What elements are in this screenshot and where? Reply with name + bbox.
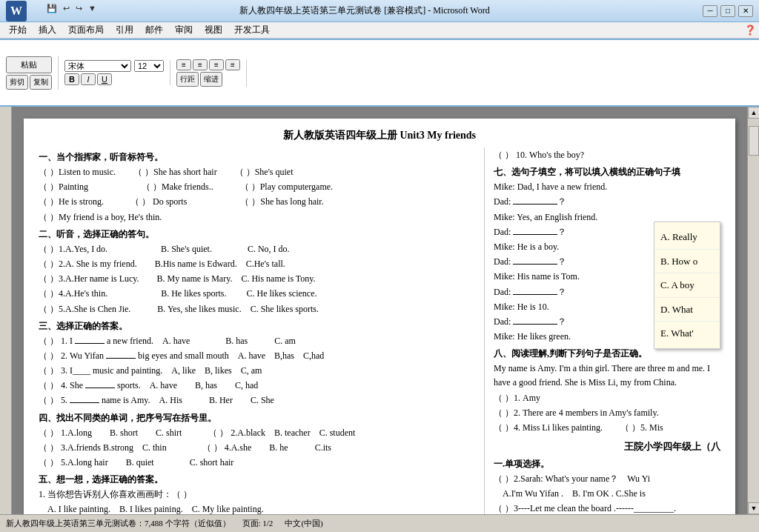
titlebar: W 💾 ↩ ↪ ▼ 新人教四年级上英语第三单元测试卷 [兼容模式] - Micr… xyxy=(0,0,759,22)
section1-title: 一、当个指挥家，听音标符号。 xyxy=(39,150,478,164)
document-scroll-area[interactable]: 新人教版英语四年级上册 Unit3 My friends 一、当个指挥家，听音标… xyxy=(12,107,747,514)
popup-item-a[interactable]: A. Really xyxy=(654,225,720,250)
scroll-thumb[interactable] xyxy=(749,126,759,156)
page-indicator: 页面: 1/2 xyxy=(242,518,274,529)
save-qa-btn[interactable]: 💾 xyxy=(44,3,59,14)
minimize-button[interactable]: ─ xyxy=(703,5,717,17)
line-spacing-button[interactable]: 行距 xyxy=(176,72,199,87)
s2-line5: （ ）5.A.She is Chen Jie. B. Yes, she like… xyxy=(39,302,478,316)
menu-kaishi[interactable]: 开始 xyxy=(3,22,33,38)
scroll-track[interactable] xyxy=(748,119,759,502)
page-title: 新人教版英语四年级上册 Unit3 My friends xyxy=(39,127,720,143)
s4-line2: （ ） 3.A.friends B.strong C. thin （ ） 4.A… xyxy=(39,441,478,455)
s4-line1: （ ） 1.A.long B. short C. shirt （ ） 2.A.b… xyxy=(39,426,478,440)
language-indicator: 中文(中国) xyxy=(285,518,322,529)
s3-line3: （ ） 3. I____ music and painting. A, like… xyxy=(39,364,478,378)
s1-line3: （ ）He is strong. （ ） Do sports （ ）She ha… xyxy=(39,195,478,209)
paragraph-group: ≡ ≡ ≡ ≡ 行距 缩进 xyxy=(176,59,247,87)
section8-title: 八、阅读理解,判断下列句子是否正确。 xyxy=(494,347,720,360)
section3-title: 三、选择正确的答案。 xyxy=(39,319,478,333)
titlebar-left: W 💾 ↩ ↪ ▼ xyxy=(6,1,27,21)
s3-line1: （ ） 1. I a new friend. A. have B. has C.… xyxy=(39,334,478,348)
scroll-down-button[interactable]: ▼ xyxy=(748,502,759,514)
redo-qa-btn[interactable]: ↪ xyxy=(73,3,84,14)
align-left-button[interactable]: ≡ xyxy=(176,59,191,70)
menubar: 开始 插入 页面布局 引用 邮件 审阅 视图 开发工具 ❓ xyxy=(0,22,759,39)
underline-button[interactable]: U xyxy=(97,73,112,85)
right2-section: 一.单项选择。 xyxy=(494,457,720,471)
quick-access-toolbar: 💾 ↩ ↪ ▼ xyxy=(44,3,99,14)
vertical-scrollbar[interactable]: ▲ ▼ xyxy=(747,107,759,514)
s1-line1: （ ）Listen to music. （ ）She has short hai… xyxy=(39,165,478,179)
copy-button[interactable]: 复制 xyxy=(30,75,52,90)
menu-shenyue[interactable]: 审阅 xyxy=(169,22,199,38)
align-center-button[interactable]: ≡ xyxy=(193,59,208,70)
popup-item-d[interactable]: D. What xyxy=(654,298,720,322)
dad-blank-1: Dad: ？ xyxy=(494,195,720,209)
paste-button[interactable]: 粘贴 xyxy=(6,56,52,73)
two-column-layout: 一、当个指挥家，听音标符号。 （ ）Listen to music. （ ）Sh… xyxy=(39,147,720,514)
menu-youjian[interactable]: 邮件 xyxy=(139,22,169,38)
undo-qa-btn[interactable]: ↩ xyxy=(61,3,72,14)
left-column: 一、当个指挥家，听音标符号。 （ ）Listen to music. （ ）Sh… xyxy=(39,147,485,514)
right-column: （ ） 10. Who's the boy? 七、选句子填空，将可以填入横线的正… xyxy=(491,147,720,514)
document-page: 新人教版英语四年级上册 Unit3 My friends 一、当个指挥家，听音标… xyxy=(24,119,735,514)
align-right-button[interactable]: ≡ xyxy=(209,59,224,70)
close-button[interactable]: ✕ xyxy=(738,5,753,17)
section4-title: 四、找出不同类的单词，把序号写在括号里。 xyxy=(39,411,478,425)
scroll-up-button[interactable]: ▲ xyxy=(748,107,759,119)
window-title: 新人教四年级上英语第三单元测试卷 [兼容模式] - Microsoft Word xyxy=(27,4,703,17)
bold-button[interactable]: B xyxy=(64,73,79,85)
section7-title: 七、选句子填空，将可以填入横线的正确句子填 xyxy=(494,165,720,179)
popup-item-c[interactable]: C. A boy xyxy=(654,273,720,298)
r2-line3: （ ）3----Let me clean the board .------__… xyxy=(494,502,720,514)
s2-line2: （ ）2.A. She is my friend. B.His name is … xyxy=(39,257,478,271)
s8-line2: （ ）2. There are 4 members in Amy's famil… xyxy=(494,406,720,420)
right-q10: （ ） 10. Who's the boy? xyxy=(494,148,720,162)
font-family-select[interactable]: 宋体 xyxy=(64,60,131,72)
r2-line1: （ ）2.Sarah: What's your name？ Wu Yi xyxy=(494,472,720,486)
section2-title: 二、听音，选择正确的答句。 xyxy=(39,227,478,241)
statusbar-text: 新人教四年级上英语第三单元测试卷：7,488 个字符（近似值） xyxy=(6,518,231,529)
s1-line4: （ ）My friend is a boy, He's thin. xyxy=(39,210,478,225)
left-ruler xyxy=(0,107,12,514)
dropdown-qa-btn[interactable]: ▼ xyxy=(86,3,99,14)
popup-card: A. Really B. How o C. A boy D. What E. W… xyxy=(654,222,720,349)
italic-button[interactable]: I xyxy=(81,73,96,85)
cut-button[interactable]: 剪切 xyxy=(6,75,28,90)
s2-line4: （ ）4.A.He's thin. B. He likes sports. C.… xyxy=(39,287,478,301)
word-icon: W xyxy=(6,1,27,21)
window-controls: ─ □ ✕ xyxy=(703,5,753,17)
s1-line2: （ ）Painting （ ）Make friends.. （ ）Play co… xyxy=(39,180,478,194)
s2-line3: （ ）3.A.Her name is Lucy. B. My name is M… xyxy=(39,272,478,286)
indent-button[interactable]: 缩进 xyxy=(200,72,222,87)
s3-line5: （ ） 5. name is Amy. A. His B. Her C. She xyxy=(39,393,478,408)
ribbon-tools: 粘贴 剪切 复制 宋体 12 B I U xyxy=(6,56,247,90)
menu-yemianbuju[interactable]: 页面布局 xyxy=(62,22,110,38)
s8-line3: （ ）4. Miss Li likes painting. （ ）5. Mis xyxy=(494,421,720,435)
ribbon: 粘贴 剪切 复制 宋体 12 B I U xyxy=(0,39,759,107)
help-icon[interactable]: ❓ xyxy=(744,24,756,36)
menu-kaifagongju[interactable]: 开发工具 xyxy=(228,22,276,38)
s2-line1: （ ）1.A.Yes, I do. B. She's quiet. C. No,… xyxy=(39,242,478,256)
popup-item-e[interactable]: E. What' xyxy=(654,322,720,345)
font-group: 宋体 12 B I U xyxy=(64,60,170,85)
section5-title: 五、想一想，选择正确的答案。 xyxy=(39,473,478,486)
s3-line2: （ ） 2. Wu Yifan big eyes and small mouth… xyxy=(39,349,478,363)
main-area: 新人教版英语四年级上册 Unit3 My friends 一、当个指挥家，听音标… xyxy=(0,107,759,514)
s8-title-text: 八、阅读理解,判断下列句子是否正确。 xyxy=(494,347,720,360)
s8-line1: （ ）1. Amy xyxy=(494,391,720,405)
s5-line2: A. I like painting. B. I likes paining. … xyxy=(39,502,478,514)
menu-yinyong[interactable]: 引用 xyxy=(110,22,139,38)
clipboard-group: 粘贴 剪切 复制 xyxy=(6,56,59,90)
s8-text: My name is Amy. I'm a thin girl. There a… xyxy=(494,362,720,390)
s3-line4: （ ） 4. She sports. A. have B, has C, had xyxy=(39,379,478,393)
font-size-select[interactable]: 12 xyxy=(134,60,164,72)
restore-button[interactable]: □ xyxy=(720,5,735,17)
s5-line1: 1. 当你想告诉别人你喜欢画画时：（ ） xyxy=(39,488,478,502)
menu-charu[interactable]: 插入 xyxy=(33,22,62,38)
menu-shitu[interactable]: 视图 xyxy=(199,22,228,38)
s4-line3: （ ） 5.A.long hair B. quiet C. short hair xyxy=(39,456,478,470)
justify-button[interactable]: ≡ xyxy=(225,59,240,70)
popup-item-b[interactable]: B. How o xyxy=(654,250,720,274)
